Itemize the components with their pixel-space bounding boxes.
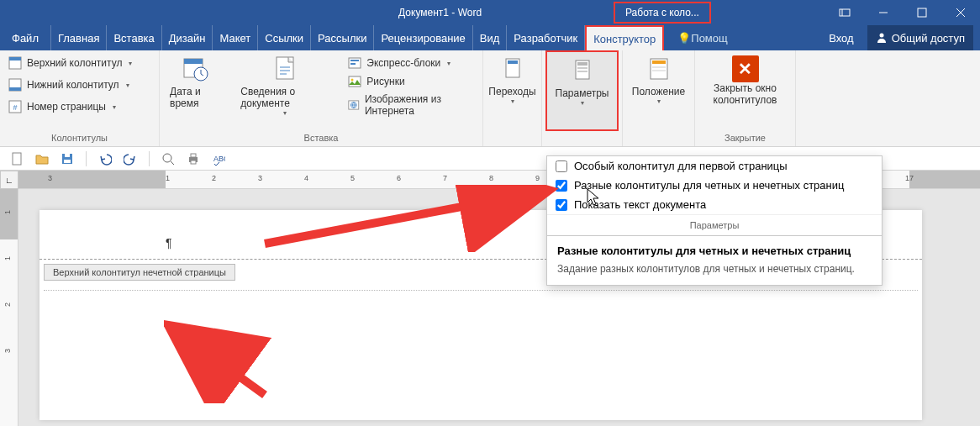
svg-rect-31 bbox=[13, 153, 21, 165]
tell-me[interactable]: 💡 Помощ bbox=[671, 25, 734, 50]
svg-point-5 bbox=[879, 34, 883, 38]
svg-rect-28 bbox=[577, 71, 587, 72]
menu-layout[interactable]: Макет bbox=[213, 25, 258, 50]
group-label-close: Закрытие bbox=[700, 131, 790, 146]
close-header-footer-button[interactable]: ✕ Закрыть окно колонтитулов bbox=[700, 54, 790, 131]
share-button[interactable]: Общий доступ bbox=[867, 25, 973, 50]
save-icon[interactable] bbox=[61, 152, 74, 166]
group-label-insert: Вставка bbox=[165, 131, 477, 146]
document-title: Документ1 - Word bbox=[398, 7, 482, 18]
print-preview-icon[interactable] bbox=[161, 152, 175, 166]
svg-rect-34 bbox=[65, 154, 70, 157]
tab-selector[interactable]: ∟ bbox=[0, 171, 18, 189]
minimize-button[interactable] bbox=[864, 0, 903, 25]
navigation-button[interactable]: Переходы▾ bbox=[483, 54, 540, 131]
svg-rect-0 bbox=[840, 9, 850, 16]
svg-rect-33 bbox=[64, 160, 71, 163]
undo-icon[interactable] bbox=[98, 152, 112, 166]
tooltip: Разные колонтитулы для четных и нечетных… bbox=[547, 235, 882, 285]
ribbon: Верхний колонтитул▾ Нижний колонтитул▾ #… bbox=[0, 50, 980, 147]
svg-rect-2 bbox=[918, 8, 926, 17]
menu-mailings[interactable]: Рассылки bbox=[311, 25, 374, 50]
menu-file[interactable]: Файл bbox=[0, 25, 51, 50]
open-icon[interactable] bbox=[35, 152, 49, 166]
document-info-button[interactable]: Сведения о документе▾ bbox=[235, 54, 335, 131]
svg-rect-13 bbox=[184, 59, 203, 64]
online-pictures-button[interactable]: Изображения из Интернета bbox=[345, 91, 477, 119]
menu-references[interactable]: Ссылки bbox=[258, 25, 311, 50]
svg-rect-38 bbox=[191, 160, 196, 164]
close-button[interactable] bbox=[941, 0, 980, 25]
group-label-headers: Колонтитулы bbox=[5, 131, 154, 146]
options-dropdown: Особый колонтитул для первой страницы Ра… bbox=[546, 155, 883, 286]
opt-first-page[interactable]: Особый колонтитул для первой страницы bbox=[547, 156, 882, 176]
svg-rect-17 bbox=[350, 60, 359, 61]
quick-print-icon[interactable] bbox=[187, 152, 200, 166]
footer-button[interactable]: Нижний колонтитул▾ bbox=[5, 76, 154, 94]
header-button[interactable]: Верхний колонтитул▾ bbox=[5, 54, 154, 72]
svg-rect-27 bbox=[577, 67, 587, 69]
menu-view[interactable]: Вид bbox=[473, 25, 508, 50]
svg-rect-9 bbox=[9, 87, 21, 91]
new-doc-icon[interactable] bbox=[10, 152, 24, 166]
sign-in-button[interactable]: Вход bbox=[820, 32, 861, 45]
pilcrow-icon: ¶ bbox=[166, 236, 172, 250]
redo-icon[interactable] bbox=[124, 152, 137, 166]
menu-bar: Файл Главная Вставка Дизайн Макет Ссылки… bbox=[0, 25, 980, 50]
svg-rect-18 bbox=[350, 63, 356, 65]
contextual-tab-label: Работа с коло... bbox=[614, 2, 711, 24]
menu-insert[interactable]: Вставка bbox=[107, 25, 161, 50]
date-time-button[interactable]: Дата и время bbox=[165, 54, 227, 131]
svg-rect-37 bbox=[191, 154, 196, 157]
pictures-button[interactable]: Рисунки bbox=[345, 72, 477, 91]
quick-parts-button[interactable]: Экспресс-блоки▾ bbox=[345, 54, 477, 72]
menu-home[interactable]: Главная bbox=[51, 25, 107, 50]
vertical-ruler[interactable]: 1123 bbox=[0, 189, 18, 426]
svg-point-35 bbox=[163, 154, 171, 162]
ribbon-display-options-icon[interactable] bbox=[825, 0, 864, 25]
title-bar: Документ1 - Word Работа с коло... bbox=[0, 0, 980, 25]
position-button[interactable]: Положение▾ bbox=[627, 54, 690, 131]
menu-review[interactable]: Рецензирование bbox=[374, 25, 472, 50]
svg-rect-19 bbox=[349, 76, 361, 87]
svg-text:ABC: ABC bbox=[213, 155, 225, 163]
svg-rect-24 bbox=[508, 60, 518, 64]
menu-design[interactable]: Дизайн bbox=[162, 25, 213, 50]
mouse-cursor-icon bbox=[587, 188, 602, 207]
popup-group-label: Параметры bbox=[547, 214, 882, 235]
svg-rect-30 bbox=[652, 60, 666, 64]
options-button[interactable]: Параметры▾ bbox=[545, 50, 619, 131]
svg-rect-7 bbox=[9, 57, 21, 60]
maximize-button[interactable] bbox=[903, 0, 941, 25]
svg-point-20 bbox=[351, 79, 354, 82]
page-number-button[interactable]: #Номер страницы▾ bbox=[5, 97, 154, 116]
menu-developer[interactable]: Разработчик bbox=[507, 25, 585, 50]
header-tab-label: Верхний колонтитул нечетной страницы bbox=[44, 264, 235, 281]
svg-rect-26 bbox=[577, 62, 587, 66]
close-icon: ✕ bbox=[732, 55, 759, 82]
svg-text:#: # bbox=[13, 103, 17, 112]
spelling-icon[interactable]: ABC bbox=[212, 152, 225, 166]
menu-design-context[interactable]: Конструктор bbox=[585, 25, 664, 50]
